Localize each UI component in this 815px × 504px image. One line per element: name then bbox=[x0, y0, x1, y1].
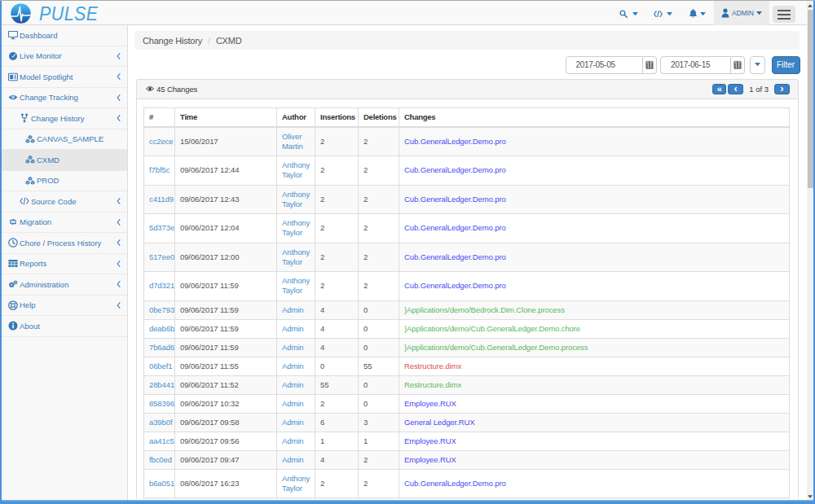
change-id-link[interactable]: aa41c5 bbox=[149, 436, 174, 445]
change-files-link[interactable]: Restructure.dimx bbox=[404, 362, 461, 370]
change-id-link[interactable]: deab6b bbox=[149, 324, 174, 333]
change-id-link[interactable]: 28b441 bbox=[149, 380, 174, 389]
change-files-link[interactable]: }Applications/demo/Cub.GeneralLedger.Dem… bbox=[404, 343, 588, 352]
change-author-link[interactable]: Admin bbox=[282, 324, 303, 333]
search-caret-icon[interactable] bbox=[632, 12, 638, 16]
cogs-icon bbox=[8, 279, 18, 289]
sidebar-item-migration[interactable]: Migration bbox=[2, 213, 127, 234]
change-insertions: 4 bbox=[315, 339, 359, 357]
sidebar-item-label: Live Monitor bbox=[20, 51, 62, 60]
search-icon[interactable] bbox=[619, 10, 628, 18]
sidebar-item-change-tracking[interactable]: Change Tracking bbox=[2, 88, 127, 109]
change-files-link[interactable]: General Ledger.RUX bbox=[404, 418, 474, 427]
sidebar-item-change-history[interactable]: Change History bbox=[2, 108, 127, 129]
change-author-link[interactable]: Anthony Taylor bbox=[282, 190, 310, 208]
change-deletions: 55 bbox=[359, 357, 399, 376]
change-files-link[interactable]: Employee.RUX bbox=[404, 436, 456, 445]
pagination-next-button[interactable]: › bbox=[774, 84, 790, 94]
vertical-scrollbar[interactable] bbox=[807, 1, 813, 500]
sidebar-item-chore-process-history[interactable]: Chore / Process History bbox=[2, 233, 127, 254]
filter-options-button[interactable] bbox=[750, 56, 766, 74]
change-author-link[interactable]: Admin bbox=[282, 343, 303, 352]
chevron-left-icon bbox=[117, 115, 121, 121]
chevron-left-icon bbox=[117, 281, 121, 287]
sidebar-item-prod[interactable]: PROD bbox=[2, 171, 127, 192]
change-author-link[interactable]: Admin bbox=[282, 362, 303, 370]
change-id-link[interactable]: cc2ece bbox=[149, 137, 174, 146]
change-author-link[interactable]: Admin bbox=[282, 380, 303, 389]
change-id-link[interactable]: 7b6ad6 bbox=[149, 343, 174, 352]
change-files-link[interactable]: Restructure.dimx bbox=[404, 380, 461, 389]
change-deletions: 1 bbox=[359, 432, 399, 451]
change-files-link[interactable]: Cub.GeneralLedger.Demo.pro bbox=[404, 195, 506, 204]
breadcrumb-parent[interactable]: Change History bbox=[143, 36, 202, 46]
change-author-link[interactable]: Anthony Taylor bbox=[282, 218, 310, 237]
code-caret-icon[interactable] bbox=[667, 12, 672, 16]
sidebar-item-dashboard[interactable]: Dashboard bbox=[2, 25, 127, 46]
change-files-link[interactable]: Cub.GeneralLedger.Demo.pro bbox=[404, 252, 506, 261]
change-files-link[interactable]: Employee.RUX bbox=[404, 455, 456, 464]
bell-caret-icon[interactable] bbox=[700, 12, 706, 16]
change-author-link[interactable]: Anthony Taylor bbox=[282, 474, 310, 493]
date-to-calendar-button[interactable] bbox=[731, 56, 745, 74]
change-id-link[interactable]: a39b0f bbox=[149, 418, 172, 427]
change-author-link[interactable]: Admin bbox=[282, 436, 303, 445]
change-author-link[interactable]: Oliver Martin bbox=[282, 132, 303, 151]
change-id-link[interactable]: d7d321 bbox=[149, 281, 174, 290]
change-id-cell: d7d321 bbox=[143, 272, 175, 301]
change-files-link[interactable]: Cub.GeneralLedger.Demo.pro bbox=[404, 281, 506, 290]
change-author-link[interactable]: Admin bbox=[282, 399, 303, 408]
change-insertions: 55 bbox=[315, 376, 359, 395]
sidebar-item-about[interactable]: About bbox=[2, 316, 127, 337]
change-author-link[interactable]: Admin bbox=[282, 305, 303, 314]
change-files-link[interactable]: Employee.RUX bbox=[404, 399, 456, 408]
change-files-link[interactable]: Cub.GeneralLedger.Demo.pro bbox=[404, 137, 506, 146]
sidebar-item-canvas-sample[interactable]: CANVAS_SAMPLE bbox=[2, 129, 127, 151]
change-id-link[interactable]: 06bef1 bbox=[149, 362, 172, 370]
change-files-link[interactable]: Cub.GeneralLedger.Demo.pro bbox=[404, 165, 506, 174]
change-id-link[interactable]: b6a051 bbox=[149, 479, 174, 488]
change-id-link[interactable]: c411d9 bbox=[149, 195, 174, 204]
change-files-link[interactable]: Cub.GeneralLedger.Demo.pro bbox=[404, 479, 506, 488]
change-id-link[interactable]: 517ee0 bbox=[149, 252, 174, 261]
scrollbar-thumb[interactable] bbox=[808, 10, 813, 188]
column-header-insertions: Insertions bbox=[315, 107, 359, 128]
change-author-link[interactable]: Admin bbox=[282, 418, 303, 427]
change-id-link[interactable]: fbc0ed bbox=[149, 455, 172, 464]
sidebar-item-administration[interactable]: Administration bbox=[2, 274, 127, 296]
change-row: a39b0f09/06/2017 09:58Admin63General Led… bbox=[143, 414, 790, 432]
change-author-link[interactable]: Anthony Taylor bbox=[282, 160, 310, 179]
sidebar-item-label: Change History bbox=[31, 114, 84, 123]
menu-toggle-button[interactable] bbox=[773, 6, 795, 24]
change-files-cell: Employee.RUX bbox=[399, 395, 790, 414]
sidebar-item-source-code[interactable]: Source Code bbox=[2, 191, 127, 213]
sidebar-item-cxmd[interactable]: CXMD bbox=[2, 150, 127, 171]
change-row: aa41c509/06/2017 09:56Admin11Employee.RU… bbox=[143, 432, 790, 451]
change-files-link[interactable]: Cub.GeneralLedger.Demo.pro bbox=[404, 223, 506, 232]
sidebar-item-model-spotlight[interactable]: Model Spotlight bbox=[2, 67, 127, 88]
change-author-link[interactable]: Anthony Taylor bbox=[282, 276, 310, 295]
change-author-link[interactable]: Anthony Taylor bbox=[282, 248, 310, 266]
change-files-link[interactable]: }Applications/demo/Cub.GeneralLedger.Dem… bbox=[404, 324, 580, 333]
scrollbar-down-arrow[interactable] bbox=[807, 494, 813, 499]
user-menu[interactable]: ADMIN bbox=[714, 1, 769, 25]
pagination-first-button[interactable]: « bbox=[712, 84, 726, 94]
change-id-link[interactable]: 5d373e bbox=[149, 223, 174, 232]
change-id-link[interactable]: f7bf5c bbox=[149, 165, 170, 174]
change-id-link[interactable]: 0be793 bbox=[149, 305, 174, 314]
sidebar-item-help[interactable]: Help bbox=[2, 296, 127, 317]
sidebar-item-label: Chore / Process History bbox=[20, 239, 101, 248]
change-id-link[interactable]: 858396 bbox=[149, 399, 174, 408]
sidebar-item-reports[interactable]: Reports bbox=[2, 254, 127, 275]
change-author-link[interactable]: Admin bbox=[282, 455, 303, 464]
bell-icon[interactable] bbox=[689, 9, 698, 19]
date-from-input[interactable]: 2017-05-05 bbox=[566, 56, 643, 74]
date-from-calendar-button[interactable] bbox=[643, 56, 657, 74]
code-dropdown-icon[interactable] bbox=[654, 11, 663, 18]
filter-button[interactable]: Filter bbox=[772, 56, 800, 74]
pagination-prev-button[interactable]: ‹ bbox=[728, 84, 743, 94]
scrollbar-up-arrow[interactable] bbox=[807, 3, 813, 8]
date-to-input[interactable]: 2017-06-15 bbox=[660, 56, 731, 74]
sidebar-item-live-monitor[interactable]: Live Monitor bbox=[2, 46, 127, 68]
change-files-link[interactable]: }Applications/demo/Bedrock.Dim.Clone.pro… bbox=[404, 305, 565, 314]
